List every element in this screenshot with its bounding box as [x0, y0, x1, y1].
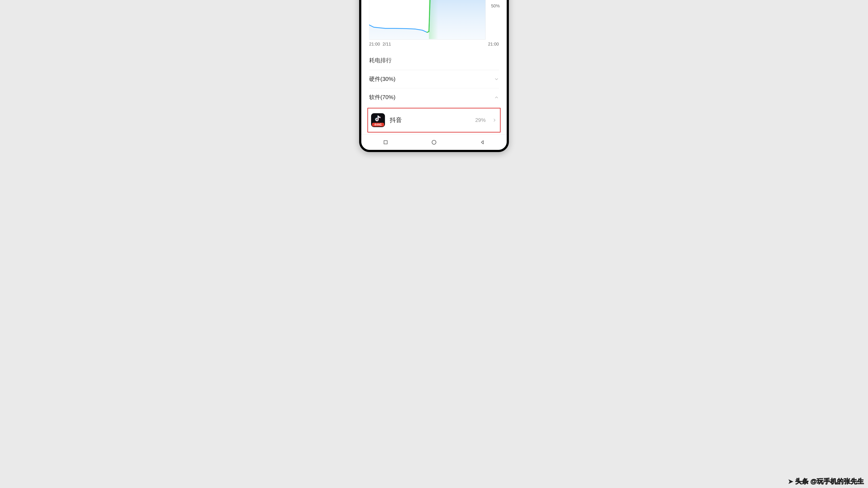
x-tick-start: 21:00 — [369, 42, 380, 46]
content-area: 电池电量 充电时段 100% 50% — [361, 0, 507, 132]
x-tick-date: 2/11 — [382, 42, 391, 46]
screen: 电池电量 充电时段 100% 50% — [361, 0, 507, 150]
watermark-prefix: 头条 — [795, 477, 809, 486]
watermark: ➤ 头条 @玩手机的张先生 — [788, 477, 864, 486]
app-icon-badge: 分20亿 — [372, 123, 384, 126]
highlight-box: 分20亿 抖音 29% — [367, 108, 501, 132]
svg-point-3 — [432, 140, 436, 144]
y-tick-50: 50% — [491, 3, 500, 8]
home-button[interactable] — [430, 138, 438, 147]
toutiao-logo-icon: ➤ — [788, 478, 794, 485]
software-row[interactable]: 软件(70%) — [369, 88, 499, 106]
hardware-label: 硬件(30%) — [369, 75, 395, 83]
battery-chart: 100% 50% — [369, 0, 499, 46]
software-label: 软件(70%) — [369, 94, 395, 101]
chevron-right-icon — [492, 118, 497, 123]
x-axis-labels: 21:00 2/11 21:00 — [369, 42, 499, 46]
watermark-handle: @玩手机的张先生 — [810, 477, 864, 486]
douyin-app-icon: 分20亿 — [371, 113, 385, 127]
app-name: 抖音 — [390, 116, 470, 124]
app-percent: 29% — [475, 117, 486, 123]
recent-apps-button[interactable] — [381, 138, 390, 147]
back-button[interactable] — [478, 138, 487, 147]
app-row-douyin[interactable]: 分20亿 抖音 29% — [370, 110, 498, 130]
x-tick-end: 21:00 — [488, 42, 499, 46]
hardware-row[interactable]: 硬件(30%) — [369, 70, 499, 88]
chevron-up-icon — [494, 95, 499, 100]
chevron-down-icon — [494, 77, 499, 82]
music-note-icon — [374, 115, 382, 123]
battery-chart-svg — [369, 0, 499, 40]
phone-frame: 电池电量 充电时段 100% 50% — [359, 0, 509, 152]
ranking-title: 耗电排行 — [369, 57, 499, 64]
android-navbar — [361, 134, 507, 150]
svg-rect-2 — [384, 140, 387, 144]
